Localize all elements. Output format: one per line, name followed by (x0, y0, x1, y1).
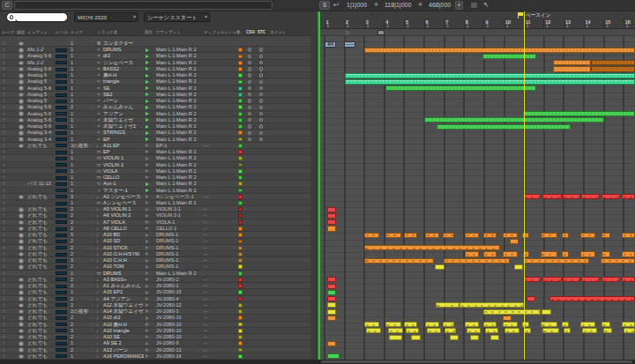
track-color-swatch[interactable] (238, 341, 243, 345)
take-label[interactable]: 1 (71, 47, 91, 53)
output-label[interactable]: Main L 1-Main R 2 (156, 155, 203, 161)
output-label[interactable]: Main L 1-Main R 2 (156, 168, 203, 175)
level-meter[interactable] (56, 131, 67, 135)
move-handle-icon[interactable]: ↕ (3, 347, 5, 353)
csh-toggle[interactable] (248, 118, 251, 122)
clip[interactable] (564, 328, 571, 333)
clip[interactable] (443, 322, 454, 327)
track-row[interactable]: ↕Analog 5-61≈SEMain L 1-Main R 2 (0, 85, 310, 92)
record-enable-dot[interactable] (19, 74, 23, 78)
csh-toggle[interactable] (248, 99, 251, 102)
stc-toggle[interactable] (259, 73, 263, 77)
take-label[interactable]: 1 (71, 200, 91, 206)
level-meter[interactable] (56, 68, 67, 71)
output-label[interactable]: Main L 1-Main R 2 (156, 53, 203, 59)
record-enable-dot[interactable] (19, 234, 23, 237)
output-label[interactable]: JV-2080-3 (156, 308, 203, 315)
output-label[interactable]: Main L 1-Main R 2 (156, 123, 203, 130)
output-label[interactable]: Main L 1-Main R 2 (156, 60, 203, 66)
record-enable-dot[interactable] (19, 137, 23, 141)
clip[interactable] (523, 194, 541, 199)
level-meter[interactable] (56, 348, 67, 352)
take-label[interactable]: 1 (71, 162, 91, 168)
track-row[interactable]: ↕1▭VIOLIN 1Main L 1-Main R 2 (0, 155, 310, 161)
track-color-swatch[interactable] (238, 195, 243, 199)
record-enable-dot[interactable] (19, 221, 23, 225)
level-meter[interactable] (56, 323, 67, 326)
take-label[interactable]: 1 (71, 175, 91, 181)
track-name[interactable]: VIOLIN 2 (103, 162, 144, 168)
clip[interactable] (364, 48, 635, 53)
level-meter[interactable] (56, 144, 67, 147)
move-handle-icon[interactable]: ↕ (3, 296, 5, 302)
move-handle-icon[interactable]: ↕ (3, 149, 5, 155)
stc-toggle[interactable] (259, 93, 263, 96)
clip[interactable] (510, 239, 519, 244)
stc-toggle[interactable] (259, 48, 263, 51)
track-color-swatch[interactable] (238, 271, 243, 276)
track-color-swatch[interactable] (238, 150, 243, 154)
level-meter[interactable] (56, 55, 67, 58)
clip[interactable] (622, 322, 635, 327)
track-name[interactable]: A10 O.H.H/SYM. (103, 251, 144, 257)
clip[interactable] (503, 251, 518, 256)
track-name[interactable]: A4 アジアン (103, 296, 144, 302)
clip[interactable] (427, 328, 441, 333)
track-name[interactable]: A1 みゃんみゃん (103, 283, 144, 289)
clip[interactable] (385, 322, 401, 327)
output-label[interactable]: JV-2080-10 (156, 334, 203, 340)
clip[interactable] (327, 302, 336, 308)
output-label[interactable]: Main L 1-Main R 2 (156, 72, 203, 78)
track-color-swatch[interactable] (238, 118, 243, 123)
track-color-swatch[interactable] (238, 189, 243, 193)
clip[interactable] (327, 226, 336, 231)
take-label[interactable]: 2 (71, 219, 91, 226)
clip[interactable] (527, 296, 535, 301)
clip[interactable] (503, 233, 518, 238)
take-label[interactable]: 1 (71, 72, 91, 78)
play-enable-icon[interactable] (146, 354, 149, 358)
track-color-swatch[interactable] (238, 233, 243, 237)
record-enable-dot[interactable] (19, 93, 23, 97)
clip[interactable] (483, 309, 541, 315)
take-label[interactable]: 1 (71, 78, 91, 85)
move-handle-icon[interactable]: ↕ (3, 232, 5, 238)
move-handle-icon[interactable]: ↕ (3, 188, 5, 194)
play-enable-icon[interactable] (146, 67, 149, 71)
track-name[interactable]: A10 TOM (103, 264, 144, 270)
move-handle-icon[interactable]: ↕ (3, 175, 5, 181)
record-enable-dot[interactable] (19, 227, 23, 231)
track-color-swatch[interactable] (238, 354, 243, 359)
play-enable-icon[interactable] (146, 163, 149, 167)
track-name[interactable]: A10 STICK (103, 245, 144, 251)
clip[interactable] (425, 322, 439, 327)
clip[interactable] (563, 194, 580, 199)
track-name[interactable]: A3 BASS+ (103, 277, 144, 283)
clip[interactable] (542, 328, 559, 333)
track-row[interactable]: ↕どれでも2·♩A13 パーンJV-2080-13-- (0, 347, 310, 353)
record-enable-dot[interactable] (19, 119, 23, 123)
clip[interactable] (424, 117, 604, 123)
output-label[interactable]: Main L 1-Main R 2 (156, 117, 203, 123)
record-enable-dot[interactable] (19, 291, 23, 294)
clip[interactable] (364, 233, 379, 238)
track-name[interactable]: マスター-1 (103, 188, 144, 194)
clip[interactable] (364, 245, 500, 250)
csh-toggle[interactable] (248, 55, 251, 58)
default-patch-label[interactable]: -- (204, 245, 235, 251)
take-label[interactable]: 1 (71, 168, 91, 175)
track-color-swatch[interactable] (238, 335, 243, 339)
clip[interactable] (459, 302, 524, 308)
track-row[interactable]: ↕どれでも2·♩A10 TOMDRUMS-1-- (0, 264, 310, 270)
track-name[interactable]: A10 C.H.H (103, 257, 144, 264)
track-name[interactable]: A8 CELLO (103, 226, 144, 232)
track-name[interactable]: A5 VIOLIN 1 (103, 206, 144, 212)
clip[interactable] (542, 309, 551, 315)
output-label[interactable]: Main L 1-Main R 2 (156, 130, 203, 136)
clip[interactable] (553, 60, 591, 65)
track-color-swatch[interactable] (238, 144, 243, 148)
take-label[interactable]: 2 (71, 283, 91, 289)
clip[interactable] (580, 251, 595, 256)
output-label[interactable]: Main L 1-Main R 2 (156, 175, 203, 181)
record-enable-dot[interactable] (19, 100, 23, 103)
